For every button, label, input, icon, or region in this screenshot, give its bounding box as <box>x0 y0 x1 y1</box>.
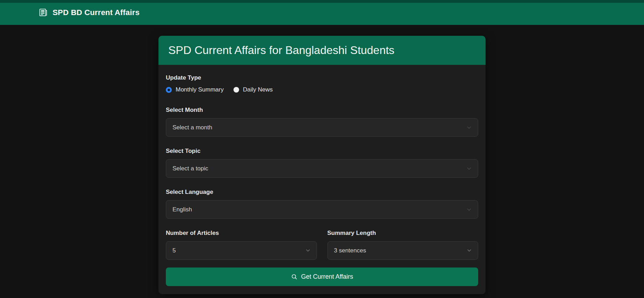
language-label: Select Language <box>166 188 478 196</box>
search-icon <box>291 273 298 280</box>
summary-length-label: Summary Length <box>327 229 479 237</box>
articles-select[interactable]: 5 <box>166 241 317 260</box>
card-title: SPD Current Affairs for Bangladeshi Stud… <box>168 44 394 57</box>
chevron-down-icon <box>466 124 472 131</box>
chevron-down-icon <box>466 206 472 213</box>
topic-select-value: Select a topic <box>172 165 208 172</box>
radio-selected-icon[interactable] <box>166 87 172 93</box>
radio-unselected-icon[interactable] <box>233 87 239 93</box>
articles-label: Number of Articles <box>166 229 317 237</box>
card-body: Update Type Monthly Summary Daily News S… <box>158 65 486 293</box>
language-select[interactable]: English <box>166 200 478 219</box>
update-type-label: Update Type <box>166 74 478 81</box>
articles-select-value: 5 <box>172 247 176 254</box>
chevron-down-icon <box>466 248 472 253</box>
topic-label: Select Topic <box>166 147 478 155</box>
radio-daily-news-label: Daily News <box>243 86 273 93</box>
topic-select[interactable]: Select a topic <box>166 159 478 178</box>
topbar: SPD BD Current Affairs <box>0 0 644 25</box>
newspaper-icon <box>39 8 48 17</box>
radio-monthly-summary[interactable]: Monthly Summary <box>166 86 224 93</box>
summary-length-select[interactable]: 3 sentences <box>327 241 479 260</box>
chevron-down-icon <box>305 248 311 253</box>
month-select[interactable]: Select a month <box>166 118 478 137</box>
radio-monthly-summary-label: Monthly Summary <box>176 86 224 93</box>
current-affairs-card: SPD Current Affairs for Bangladeshi Stud… <box>158 36 486 294</box>
get-current-affairs-label: Get Current Affairs <box>301 273 353 280</box>
radio-daily-news[interactable]: Daily News <box>233 86 273 93</box>
app-title: SPD BD Current Affairs <box>53 8 140 17</box>
language-select-value: English <box>172 206 192 213</box>
card-header: SPD Current Affairs for Bangladeshi Stud… <box>158 36 486 65</box>
update-type-group: Monthly Summary Daily News <box>166 86 478 94</box>
chevron-down-icon <box>466 165 472 172</box>
summary-length-select-value: 3 sentences <box>334 247 366 254</box>
get-current-affairs-button[interactable]: Get Current Affairs <box>166 267 478 286</box>
month-label: Select Month <box>166 106 478 114</box>
articles-summary-row: Number of Articles 5 Summary Length 3 se… <box>166 229 478 260</box>
month-select-value: Select a month <box>172 124 212 131</box>
